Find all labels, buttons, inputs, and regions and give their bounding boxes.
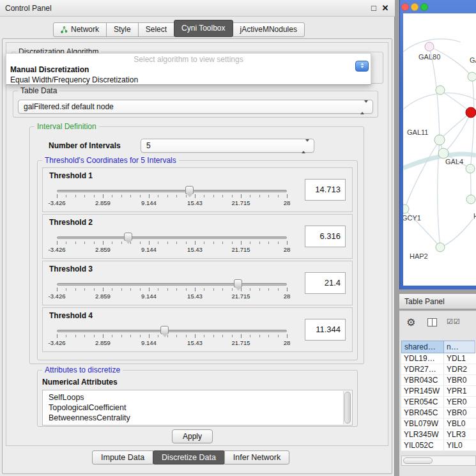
network-node[interactable] [436, 86, 445, 95]
select-columns-checkbox-icon[interactable]: ☑☑ [447, 318, 461, 326]
threshold-value-field[interactable]: 6.316 [305, 226, 346, 247]
table-cell-name: YBR0 [444, 375, 476, 385]
slider-track[interactable] [57, 236, 287, 239]
table-row[interactable]: YER054CYER0 [401, 397, 476, 408]
table-cell-name: YBL0 [444, 418, 476, 429]
selected-network-node[interactable] [466, 107, 476, 118]
threshold-value-field[interactable]: 21.4 [305, 272, 346, 294]
num-intervals-combo[interactable]: 5 [141, 139, 314, 153]
slider-tick-label: 21.715 [231, 246, 250, 253]
attribute-list-item[interactable]: BetweennessCentrality [43, 413, 352, 423]
slider-tick [112, 288, 112, 291]
table-cell-shared-name: YBR045C [401, 408, 444, 418]
tab-style[interactable]: Style [106, 22, 139, 37]
slider-tick [186, 288, 187, 291]
slider-thumb-icon[interactable] [185, 186, 194, 194]
slider-thumb-icon[interactable] [234, 279, 242, 288]
close-icon[interactable]: ✕ [380, 3, 390, 13]
gear-icon[interactable]: ⚙ [406, 316, 415, 328]
slider-tick [158, 288, 158, 291]
table-horizontal-scrollbar[interactable] [401, 456, 476, 466]
algorithm-option[interactable]: Manual Discretization [6, 65, 371, 75]
threshold-value-field[interactable]: 11.344 [305, 319, 346, 341]
threshold-slider[interactable]: -3.4262.8599.14415.4321.71528 [57, 185, 287, 210]
threshold-slider[interactable]: -3.4262.8599.14415.4321.71528 [57, 231, 287, 257]
attributes-scrollbar[interactable] [343, 391, 351, 424]
scrollbar-thumb[interactable] [344, 392, 351, 424]
tab-network[interactable]: Network [53, 22, 107, 37]
table-cell-name: YDR2 [444, 364, 476, 374]
algorithm-placeholder: Select algorithm to view settings [6, 54, 371, 65]
slider-tick [84, 288, 85, 291]
slider-track[interactable] [57, 330, 287, 332]
zoom-traffic-icon[interactable] [420, 3, 428, 11]
network-node[interactable] [438, 148, 449, 158]
slider-tick [75, 335, 76, 337]
attribute-list-item[interactable]: SelfLoops [43, 390, 352, 403]
algorithm-combo-button[interactable] [355, 61, 369, 72]
scrollbar-thumb[interactable] [403, 457, 433, 464]
chevron-down-icon [360, 66, 364, 68]
tab-jactivemnodules[interactable]: jActiveMNodules [233, 22, 305, 37]
chevron-up-icon [360, 63, 364, 65]
slider-thumb-icon[interactable] [160, 326, 169, 334]
slider-thumb-icon[interactable] [124, 233, 132, 241]
slider-tick [130, 335, 131, 337]
slider-track[interactable] [57, 190, 287, 192]
column-header-shared-name[interactable]: shared… [401, 341, 444, 353]
column-header-name[interactable]: n… [443, 341, 475, 353]
network-node[interactable] [403, 204, 409, 213]
tab-cyni-toolbox[interactable]: Cyni Toolbox [174, 20, 233, 37]
slider-tick [57, 241, 58, 245]
slider-track[interactable] [57, 283, 287, 286]
slider-tick [140, 195, 141, 197]
network-node[interactable] [468, 72, 476, 81]
bottom-tab-infer-network[interactable]: Infer Network [224, 450, 289, 464]
float-window-icon[interactable]: □ [369, 3, 379, 13]
columns-icon[interactable] [427, 318, 437, 326]
node-table-rows: YDL19…YDL1YDR27…YDR2YBR043CYBR0YPR145WYP… [401, 353, 476, 451]
slider-tick-label: 9.144 [141, 339, 157, 346]
bottom-tab-impute-data[interactable]: Impute Data [92, 450, 153, 464]
network-node-label: GCY1 [403, 214, 421, 222]
slider-tick [130, 195, 131, 197]
slider-tick [112, 195, 112, 197]
table-data-combo[interactable]: galFiltered.sif default node [18, 100, 373, 114]
network-node[interactable] [425, 42, 434, 51]
slider-tick [57, 288, 58, 291]
network-node[interactable] [436, 243, 445, 252]
slider-tick [149, 288, 150, 291]
slider-tick [103, 194, 104, 198]
table-row[interactable]: YBR043CYBR0 [401, 375, 476, 386]
slider-tick-label: -3.426 [49, 293, 66, 300]
table-row[interactable]: YDR27…YDR2 [401, 364, 476, 375]
table-row[interactable]: YDL19…YDL1 [401, 353, 476, 364]
network-node[interactable] [434, 135, 445, 145]
table-row[interactable]: YIL052CYIL0 [401, 440, 476, 451]
network-node[interactable] [466, 195, 475, 204]
attribute-list-item[interactable]: TopologicalCoefficient [43, 403, 352, 413]
algorithm-option[interactable]: Equal Width/Frequency Discretization [6, 75, 371, 85]
threshold-slider[interactable]: -3.4262.8599.14415.4321.71528 [57, 325, 287, 350]
table-row[interactable]: YBL079WYBL0 [401, 418, 476, 429]
network-canvas[interactable]: GAL80GAGAL11GAL4GCY1HHAP2 [403, 13, 476, 286]
apply-button[interactable]: Apply [172, 429, 213, 443]
network-node[interactable] [466, 164, 475, 173]
slider-tick [75, 288, 76, 291]
threshold-panel: Threshold 2-3.4262.8599.14415.4321.71528… [42, 214, 353, 259]
close-traffic-icon[interactable] [401, 3, 409, 11]
table-row[interactable]: YBR045CYBR0 [401, 408, 476, 418]
slider-tick [204, 288, 204, 291]
tab-select[interactable]: Select [138, 22, 174, 37]
minimize-traffic-icon[interactable] [411, 3, 418, 11]
slider-tick [241, 241, 242, 245]
slider-tick-label: -3.426 [49, 199, 66, 206]
table-row[interactable]: YLR345WYLR3 [401, 429, 476, 440]
table-row[interactable]: YPR145WYPR1 [401, 386, 476, 397]
threshold-value-field[interactable]: 14.713 [305, 179, 346, 201]
combo-arrows-icon [302, 142, 309, 151]
bottom-tab-discretize-data[interactable]: Discretize Data [153, 450, 225, 464]
threshold-slider[interactable]: -3.4262.8599.14415.4321.71528 [57, 278, 287, 303]
threshold-panel: Threshold 1-3.4262.8599.14415.4321.71528… [42, 167, 353, 212]
slider-tick [140, 288, 141, 291]
